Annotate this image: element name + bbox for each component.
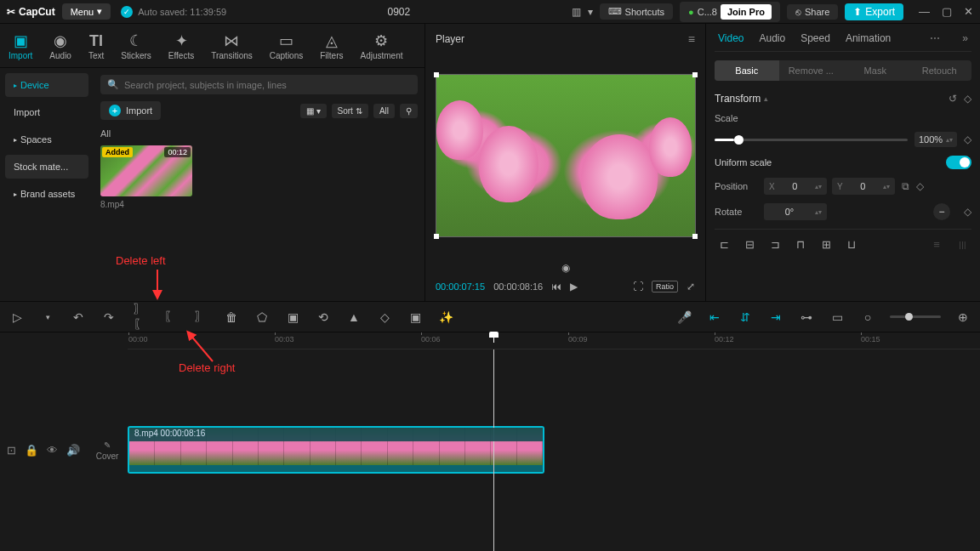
chevron-down-icon[interactable]: ▾ — [588, 6, 593, 18]
flip-button[interactable]: − — [933, 203, 950, 220]
shortcuts-button[interactable]: ⌨Shortcuts — [600, 3, 673, 20]
lock-icon[interactable]: 🔒 — [25, 444, 38, 457]
playhead-line[interactable] — [493, 349, 494, 551]
subtab-mask[interactable]: Mask — [843, 60, 908, 81]
playhead-handle[interactable] — [493, 332, 494, 343]
distribute-h-icon[interactable]: ≡ — [927, 235, 946, 253]
snap-end-icon[interactable]: ⇥ — [767, 310, 784, 324]
player-menu-icon[interactable]: ≡ — [688, 32, 695, 46]
keyframe-icon[interactable]: ◇ — [964, 133, 971, 145]
props-tab-audio[interactable]: Audio — [759, 32, 785, 44]
minimize-icon[interactable]: — — [919, 5, 930, 18]
align-bottom-icon[interactable]: ⊔ — [842, 235, 861, 253]
search-input[interactable]: 🔍 Search project, subjects in image, lin… — [100, 75, 418, 94]
sidebar-item-stock[interactable]: Stock mate... — [5, 155, 88, 179]
reset-icon[interactable]: ↺ — [949, 93, 957, 105]
ratio-chip[interactable]: Ratio — [652, 281, 678, 293]
tab-captions[interactable]: ▭Captions — [270, 29, 303, 67]
keyframe-icon[interactable]: ◇ — [964, 93, 971, 105]
layout-icon[interactable]: ▥ — [572, 6, 581, 18]
position-x-input[interactable]: X0▴▾ — [764, 178, 827, 195]
delete-left-icon[interactable]: 〖 — [162, 310, 179, 325]
redo-icon[interactable]: ↷ — [100, 310, 117, 324]
tab-adjustment[interactable]: ⚙Adjustment — [360, 29, 402, 67]
keyframe-icon[interactable]: ◇ — [916, 180, 924, 192]
sidebar-item-brand[interactable]: ▸Brand assets — [5, 182, 88, 206]
tab-text[interactable]: TIText — [88, 29, 104, 67]
maximize-icon[interactable]: ▢ — [942, 5, 952, 18]
link-icon[interactable]: ⊡ — [7, 444, 16, 457]
resize-handle[interactable] — [692, 234, 698, 239]
expand-icon[interactable]: » — [962, 32, 968, 44]
resize-handle[interactable] — [434, 72, 439, 77]
preview-icon[interactable]: ▭ — [829, 310, 846, 324]
timeline-clip[interactable]: 8.mp4 00:00:08:16 — [128, 426, 544, 474]
filter-all-button[interactable]: All — [373, 104, 395, 118]
view-grid-button[interactable]: ▦▾ — [300, 104, 327, 118]
subtab-retouch[interactable]: Retouch — [908, 60, 972, 81]
align-right-icon[interactable]: ⊐ — [766, 235, 784, 253]
align-center-h-icon[interactable]: ⊟ — [740, 235, 759, 253]
scale-slider[interactable] — [715, 139, 908, 141]
sort-button[interactable]: Sort ⇅ — [332, 104, 368, 118]
tab-transitions[interactable]: ⋈Transitions — [211, 29, 253, 67]
menu-button[interactable]: Menu▾ — [62, 3, 111, 20]
sidebar-item-import[interactable]: Import — [5, 100, 88, 124]
mirror-icon[interactable]: ▲ — [345, 310, 362, 324]
align-top-icon[interactable]: ⊓ — [791, 235, 810, 253]
tab-import[interactable]: ▣Import — [9, 29, 32, 67]
align-left-icon[interactable]: ⊏ — [715, 235, 733, 253]
filter-icon-button[interactable]: ⚲ — [400, 104, 418, 118]
tab-stickers[interactable]: ☾Stickers — [121, 29, 151, 67]
copy-icon[interactable]: ▣ — [284, 310, 301, 324]
media-clip[interactable]: Added 00:12 8.mp4 — [100, 145, 192, 209]
props-tab-video[interactable]: Video — [718, 32, 744, 44]
delete-right-icon[interactable]: 〗 — [192, 310, 209, 325]
tab-filters[interactable]: ◬Filters — [320, 29, 343, 67]
resize-handle[interactable] — [692, 72, 698, 77]
cover-button[interactable]: ✎ Cover — [87, 349, 128, 551]
zoom-slider[interactable] — [890, 315, 941, 318]
keyframe-icon[interactable]: ◇ — [964, 206, 971, 218]
share-button[interactable]: ⎋Share — [787, 4, 838, 20]
tab-audio[interactable]: ◉Audio — [49, 29, 71, 67]
rotate-icon[interactable]: ◇ — [376, 310, 393, 324]
align-center-v-icon[interactable]: ⊞ — [817, 235, 835, 253]
credits-chip[interactable]: ●C...8Join Pro — [680, 2, 780, 22]
more-icon[interactable]: ⋯ — [930, 32, 940, 44]
link-icon[interactable]: ⧉ — [902, 180, 909, 192]
uniform-scale-toggle[interactable] — [946, 156, 971, 169]
magnet-icon[interactable]: ⊶ — [798, 310, 815, 324]
import-button[interactable]: +Import — [100, 101, 161, 120]
export-button[interactable]: ⬆Export — [845, 3, 903, 20]
sound-icon[interactable]: 🔊 — [66, 444, 80, 457]
distribute-v-icon[interactable]: ⫼ — [953, 235, 971, 253]
subtab-remove[interactable]: Remove ... — [779, 60, 844, 81]
player-canvas[interactable] — [430, 54, 700, 257]
subtab-basic[interactable]: Basic — [715, 60, 779, 81]
position-y-input[interactable]: Y0▴▾ — [832, 178, 895, 195]
split-icon[interactable]: 〗〖 — [131, 302, 148, 332]
zoom-in-icon[interactable]: ⊕ — [954, 310, 971, 324]
tab-effects[interactable]: ✦Effects — [168, 29, 194, 67]
resize-handle[interactable] — [434, 234, 439, 239]
crop-icon[interactable]: ▣ — [407, 310, 424, 324]
mic-icon[interactable]: 🎤 — [675, 310, 692, 324]
prev-frame-icon[interactable]: ⏮ — [551, 281, 561, 293]
zoom-out-icon[interactable]: ○ — [859, 310, 876, 324]
shield-icon[interactable]: ⬠ — [254, 310, 271, 324]
timeline-ruler[interactable]: 00:00 00:03 00:06 00:09 00:12 00:15 — [128, 332, 980, 349]
undo-icon[interactable]: ↶ — [70, 310, 87, 324]
props-tab-animation[interactable]: Animation — [846, 32, 891, 44]
close-icon[interactable]: ✕ — [964, 5, 973, 18]
props-tab-speed[interactable]: Speed — [801, 32, 830, 44]
pro-icon[interactable]: ✨ — [437, 310, 454, 324]
snap-start-icon[interactable]: ⇤ — [706, 310, 723, 324]
pointer-icon[interactable]: ▷ — [9, 310, 26, 324]
snap-center-icon[interactable]: ⇵ — [737, 310, 754, 324]
eye-icon[interactable]: 👁 — [47, 444, 58, 457]
rotate-input[interactable]: 0°▴▾ — [764, 203, 827, 220]
delete-icon[interactable]: 🗑 — [223, 310, 240, 324]
sidebar-item-spaces[interactable]: ▸Spaces — [5, 128, 88, 151]
reverse-icon[interactable]: ⟲ — [315, 310, 332, 324]
